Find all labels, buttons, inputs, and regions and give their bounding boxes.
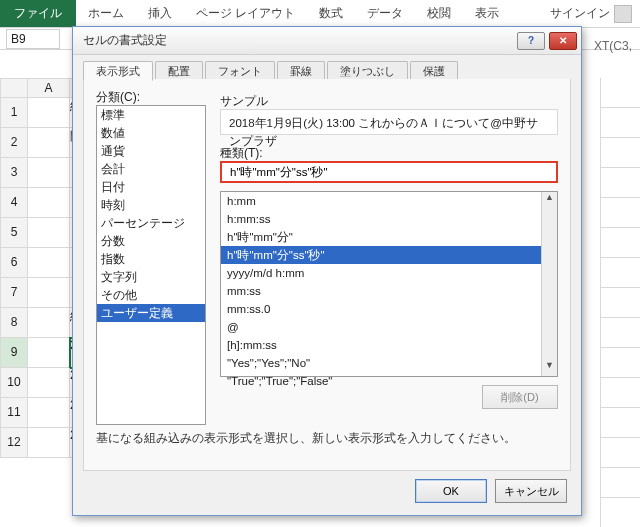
ribbon-tab-view[interactable]: 表示 <box>463 0 511 27</box>
ribbon-tab-home[interactable]: ホーム <box>76 0 136 27</box>
cell[interactable] <box>28 428 70 458</box>
sample-box: 2018年1月9日(火) 13:00 これからのＡＩについて@中野サンプラザ <box>220 109 558 135</box>
select-all-corner[interactable] <box>0 78 28 98</box>
format-cells-dialog: セルの書式設定 ? ✕ 表示形式 配置 フォント 罫線 塗りつぶし 保護 分類(… <box>72 26 582 516</box>
tab-font[interactable]: フォント <box>205 61 275 81</box>
cell[interactable] <box>28 248 70 278</box>
row-header[interactable]: 3 <box>0 158 28 188</box>
cell[interactable] <box>28 98 70 128</box>
type-list[interactable]: h:mmh:mm:ssh"時"mm"分"h"時"mm"分"ss"秒"yyyy/m… <box>220 191 558 377</box>
type-list-scrollbar[interactable]: ▲ ▼ <box>541 192 557 376</box>
formula-fragment-text: XT(C3, <box>594 39 632 53</box>
tab-alignment[interactable]: 配置 <box>155 61 203 81</box>
ribbon-tab-insert[interactable]: 挿入 <box>136 0 184 27</box>
type-label: 種類(T): <box>220 145 263 162</box>
signin-label: サインイン <box>550 5 610 22</box>
type-item[interactable]: h"時"mm"分"ss"秒" <box>221 246 557 264</box>
row-header[interactable]: 6 <box>0 248 28 278</box>
row-header[interactable]: 8 <box>0 308 28 338</box>
tab-fill[interactable]: 塗りつぶし <box>327 61 408 81</box>
category-item[interactable]: 時刻 <box>97 196 205 214</box>
row-header[interactable]: 5 <box>0 218 28 248</box>
cell[interactable] <box>28 308 70 338</box>
type-input-wrap <box>220 161 558 183</box>
category-item[interactable]: 日付 <box>97 178 205 196</box>
row-header[interactable]: 12 <box>0 428 28 458</box>
category-item[interactable]: パーセンテージ <box>97 214 205 232</box>
type-item[interactable]: mm:ss <box>221 282 557 300</box>
col-header-A[interactable]: A <box>28 78 70 98</box>
hint-text: 基になる組み込みの表示形式を選択し、新しい表示形式を入力してください。 <box>96 431 516 446</box>
cancel-button[interactable]: キャンセル <box>495 479 567 503</box>
signin-link[interactable]: サインイン <box>542 0 640 27</box>
name-box[interactable]: B9 <box>6 29 60 49</box>
type-item[interactable]: h"時"mm"分" <box>221 228 557 246</box>
category-item[interactable]: その他 <box>97 286 205 304</box>
ribbon-tab-formulas[interactable]: 数式 <box>307 0 355 27</box>
category-list[interactable]: 標準数値通貨会計日付時刻パーセンテージ分数指数文字列その他ユーザー定義 <box>96 105 206 425</box>
type-item[interactable]: [h]:mm:ss <box>221 336 557 354</box>
type-item[interactable]: h:mm:ss <box>221 210 557 228</box>
ribbon-tab-pagelayout[interactable]: ページ レイアウト <box>184 0 307 27</box>
type-item[interactable]: h:mm <box>221 192 557 210</box>
tab-protection[interactable]: 保護 <box>410 61 458 81</box>
delete-button[interactable]: 削除(D) <box>482 385 558 409</box>
sample-label: サンプル <box>220 93 268 110</box>
dialog-tabstrip: 表示形式 配置 フォント 罫線 塗りつぶし 保護 <box>83 61 458 81</box>
close-button[interactable]: ✕ <box>549 32 577 50</box>
cell[interactable] <box>28 368 70 398</box>
row-header[interactable]: 2 <box>0 128 28 158</box>
dialog-title: セルの書式設定 <box>73 32 517 49</box>
file-tab[interactable]: ファイル <box>0 0 76 27</box>
cell[interactable] <box>28 398 70 428</box>
ok-button[interactable]: OK <box>415 479 487 503</box>
cell[interactable] <box>28 158 70 188</box>
sheet-right-edge <box>600 78 640 527</box>
row-header[interactable]: 4 <box>0 188 28 218</box>
cell[interactable] <box>28 278 70 308</box>
category-item[interactable]: 分数 <box>97 232 205 250</box>
ribbon-tab-review[interactable]: 校閲 <box>415 0 463 27</box>
scroll-up-icon[interactable]: ▲ <box>542 192 557 208</box>
type-item[interactable]: mm:ss.0 <box>221 300 557 318</box>
cell[interactable] <box>28 128 70 158</box>
ribbon: ファイル ホーム 挿入 ページ レイアウト 数式 データ 校閲 表示 サインイン <box>0 0 640 28</box>
cell[interactable] <box>28 338 70 368</box>
row-header[interactable]: 1 <box>0 98 28 128</box>
category-item[interactable]: 標準 <box>97 106 205 124</box>
tab-number[interactable]: 表示形式 <box>83 61 153 81</box>
tab-border[interactable]: 罫線 <box>277 61 325 81</box>
type-item[interactable]: @ <box>221 318 557 336</box>
row-header[interactable]: 10 <box>0 368 28 398</box>
row-header[interactable]: 7 <box>0 278 28 308</box>
cell[interactable] <box>28 218 70 248</box>
category-label: 分類(C): <box>96 89 140 106</box>
help-button[interactable]: ? <box>517 32 545 50</box>
category-item[interactable]: 指数 <box>97 250 205 268</box>
category-item[interactable]: 会計 <box>97 160 205 178</box>
type-item[interactable]: yyyy/m/d h:mm <box>221 264 557 282</box>
cell[interactable] <box>28 188 70 218</box>
type-item[interactable]: "Yes";"Yes";"No" <box>221 354 557 372</box>
category-item[interactable]: ユーザー定義 <box>97 304 205 322</box>
category-item[interactable]: 文字列 <box>97 268 205 286</box>
category-item[interactable]: 数値 <box>97 124 205 142</box>
row-header[interactable]: 9 <box>0 338 28 368</box>
avatar-icon <box>614 5 632 23</box>
category-item[interactable]: 通貨 <box>97 142 205 160</box>
ribbon-tab-data[interactable]: データ <box>355 0 415 27</box>
row-header[interactable]: 11 <box>0 398 28 428</box>
type-input[interactable] <box>228 163 550 181</box>
dialog-titlebar[interactable]: セルの書式設定 ? ✕ <box>73 27 581 55</box>
scroll-down-icon[interactable]: ▼ <box>542 360 557 376</box>
